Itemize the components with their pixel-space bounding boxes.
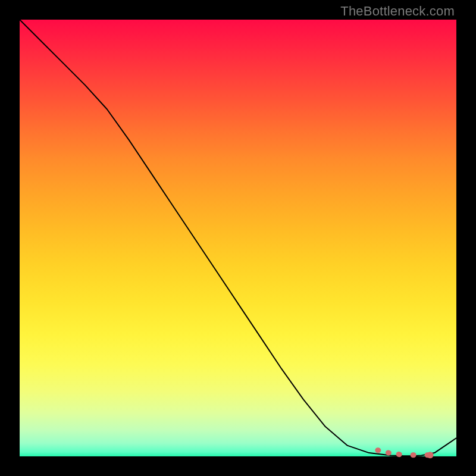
chart-gradient-background [20, 20, 456, 456]
chart-frame: TheBottleneck.com [0, 0, 476, 476]
watermark-text: TheBottleneck.com [340, 4, 455, 19]
